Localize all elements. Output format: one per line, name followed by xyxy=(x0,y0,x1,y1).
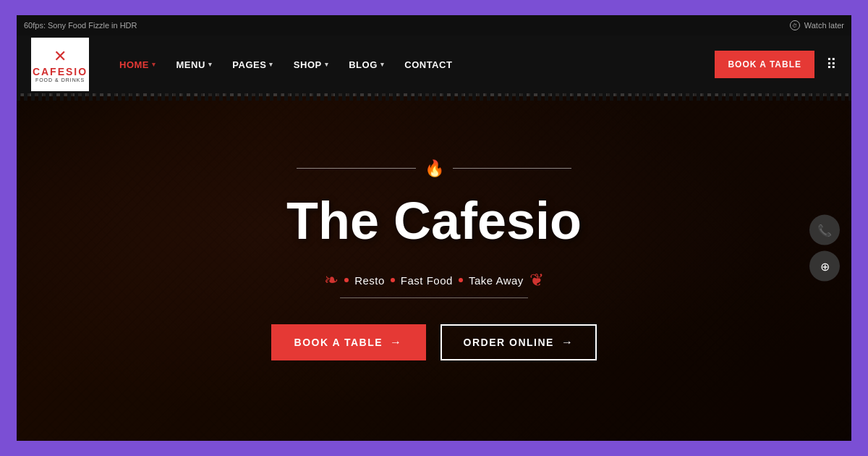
hero-title: The Cafesio xyxy=(286,193,582,250)
left-line xyxy=(297,168,416,169)
pages-caret-icon: ▾ xyxy=(269,61,273,68)
hero-book-button[interactable]: BOOK A TABLE → xyxy=(271,324,426,360)
nav-item-contact[interactable]: CONTACT xyxy=(396,54,461,76)
nav-item-blog[interactable]: BLOG ▾ xyxy=(340,54,393,76)
nav-item-home[interactable]: HOME ▾ xyxy=(111,54,165,76)
phone-icon: 📞 xyxy=(817,223,832,237)
tag-resto: Resto xyxy=(354,274,385,287)
hero-order-button[interactable]: ORDER ONLINE → xyxy=(441,324,597,360)
tag-takeaway: Take Away xyxy=(469,274,524,287)
logo[interactable]: ✕ CAFESIO Food & Drinks xyxy=(31,38,89,91)
nav-item-menu[interactable]: MENU ▾ xyxy=(168,54,221,76)
book-arrow-icon: → xyxy=(390,336,403,349)
right-ornament-icon: ❦ xyxy=(529,270,544,290)
phone-button[interactable]: 📞 xyxy=(809,215,840,245)
left-ornament-icon: ❧ xyxy=(324,270,339,290)
yt-bar: 60fps: Sony Food Fizzle in HDR ⏱ Watch l… xyxy=(17,15,851,35)
layers-icon: ⊕ xyxy=(820,259,830,273)
cuisine-underline xyxy=(340,297,528,298)
watch-later-label: Watch later xyxy=(804,21,844,30)
right-line xyxy=(453,168,572,169)
side-actions: 📞 ⊕ xyxy=(809,215,840,282)
nav-item-shop[interactable]: SHOP ▾ xyxy=(285,54,337,76)
order-arrow-icon: → xyxy=(561,336,574,349)
nav-links: HOME ▾ MENU ▾ PAGES ▾ SHOP ▾ BLOG ▾ CONT… xyxy=(111,54,715,76)
layers-button[interactable]: ⊕ xyxy=(809,251,840,282)
grid-icon[interactable]: ⠿ xyxy=(826,56,837,73)
yt-video-info: 60fps: Sony Food Fizzle in HDR xyxy=(24,21,137,30)
tag-dot-3 xyxy=(459,278,463,282)
logo-sub: Food & Drinks xyxy=(35,77,85,83)
hero-content: 🔥 The Cafesio ❧ Resto Fast Food Take Awa… xyxy=(17,93,851,441)
shop-caret-icon: ▾ xyxy=(325,61,329,68)
flame-icon: 🔥 xyxy=(425,159,444,178)
logo-icon: ✕ xyxy=(54,48,67,64)
tag-fastfood: Fast Food xyxy=(401,274,453,287)
tag-dot-2 xyxy=(391,278,395,282)
nav-book-button[interactable]: BOOK A TABLE xyxy=(715,51,814,78)
tag-dot-1 xyxy=(344,278,349,282)
logo-name: CAFESIO xyxy=(33,66,88,77)
nav-item-pages[interactable]: PAGES ▾ xyxy=(224,54,282,76)
clock-icon: ⏱ xyxy=(790,20,800,30)
hero-buttons: BOOK A TABLE → ORDER ONLINE → xyxy=(271,324,597,360)
cuisine-tags: ❧ Resto Fast Food Take Away ❦ xyxy=(324,270,544,290)
navbar: ✕ CAFESIO Food & Drinks HOME ▾ MENU ▾ PA… xyxy=(17,35,851,93)
blog-caret-icon: ▾ xyxy=(380,61,385,68)
divider-line: 🔥 xyxy=(297,159,571,178)
home-caret-icon: ▾ xyxy=(152,61,156,68)
menu-caret-icon: ▾ xyxy=(208,61,213,68)
